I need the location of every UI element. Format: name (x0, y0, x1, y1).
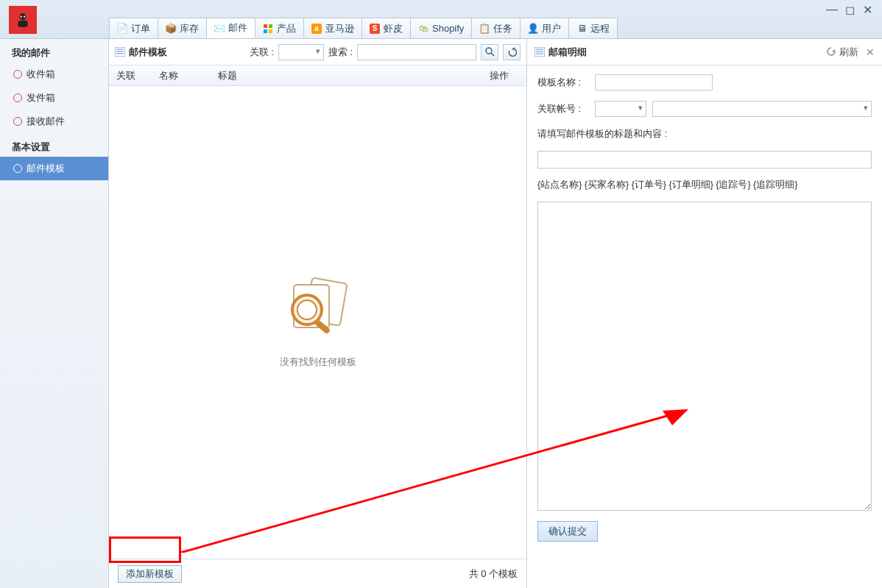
related-combo[interactable] (278, 44, 324, 60)
empty-text: 没有找到任何模板 (280, 355, 356, 369)
tasks-icon: 📋 (479, 24, 490, 34)
add-template-button[interactable]: 添加新模板 (118, 565, 182, 583)
empty-state: 没有找到任何模板 (109, 86, 526, 559)
tab-mail[interactable]: ✉️邮件 (206, 18, 255, 38)
search-icon (485, 47, 495, 57)
tab-users[interactable]: 👤用户 (520, 18, 569, 38)
refresh-button[interactable]: 刷新 (827, 46, 858, 59)
account-label: 关联帐号 : (537, 102, 589, 116)
account-type-combo[interactable] (595, 101, 646, 117)
col-title: 标题 (211, 69, 482, 82)
account-select-combo[interactable] (652, 101, 872, 117)
col-name: 名称 (152, 69, 211, 82)
sidebar-group-settings: 基本设置 (0, 133, 108, 157)
template-name-input[interactable] (595, 74, 713, 91)
circle-icon (13, 164, 22, 173)
tab-orders[interactable]: 📄订单 (109, 18, 158, 38)
close-button[interactable]: ✕ (858, 3, 876, 17)
circle-icon (13, 117, 22, 126)
sidebar-item-templates[interactable]: 邮件模板 (0, 157, 108, 180)
svg-rect-4 (264, 24, 267, 28)
tab-remote[interactable]: 🖥远程 (568, 18, 618, 38)
tab-inventory[interactable]: 📦库存 (158, 18, 207, 38)
shopify-icon: 🛍 (418, 24, 428, 34)
template-title-input[interactable] (537, 151, 872, 169)
related-label: 关联 : (250, 46, 274, 59)
sidebar-item-receive[interactable]: 接收邮件 (0, 110, 108, 133)
submit-button[interactable]: 确认提交 (537, 521, 598, 542)
svg-rect-1 (18, 21, 28, 27)
circle-icon (13, 70, 22, 79)
center-title: 邮件模板 (129, 46, 167, 59)
svg-rect-5 (269, 24, 272, 28)
template-variables: {站点名称} {买家名称} {订单号} {订单明细} {追踪号} {追踪明细} (537, 179, 872, 191)
svg-point-12 (486, 48, 492, 54)
undo-icon (507, 47, 517, 57)
tab-shopee[interactable]: S虾皮 (361, 18, 411, 38)
sidebar-item-outbox[interactable]: 发件箱 (0, 86, 108, 110)
users-icon: 👤 (528, 24, 538, 34)
amazon-icon: a (311, 24, 322, 34)
col-action: 操作 (482, 69, 526, 82)
form-hint: 请填写邮件模板的标题和内容 : (537, 127, 872, 141)
sidebar-item-inbox[interactable]: 收件箱 (0, 63, 108, 86)
products-icon (263, 24, 273, 34)
undo-button[interactable] (503, 44, 521, 60)
tab-amazon[interactable]: a亚马逊 (303, 18, 362, 38)
search-button[interactable] (481, 44, 498, 60)
main-tabs: 📄订单 📦库存 ✉️邮件 产品 a亚马逊 S虾皮 🛍Shopify 📋任务 👤用… (109, 18, 617, 38)
svg-point-2 (21, 16, 22, 18)
svg-rect-6 (264, 29, 267, 33)
template-name-label: 模板名称 : (537, 76, 589, 89)
list-icon (535, 47, 545, 57)
inventory-icon: 📦 (166, 24, 176, 34)
tab-products[interactable]: 产品 (255, 18, 304, 38)
svg-point-3 (24, 16, 25, 18)
col-related: 关联 (109, 69, 152, 82)
shopee-icon: S (370, 24, 380, 34)
tab-shopify[interactable]: 🛍Shopify (410, 18, 472, 38)
minimize-button[interactable]: — (823, 3, 841, 17)
sidebar-group-mymail: 我的邮件 (0, 39, 108, 63)
avatar (9, 6, 37, 34)
sidebar: 我的邮件 收件箱 发件箱 接收邮件 基本设置 邮件模板 (0, 39, 109, 588)
svg-line-13 (491, 53, 494, 56)
list-icon (115, 47, 125, 57)
tab-tasks[interactable]: 📋任务 (471, 18, 521, 38)
svg-point-17 (297, 300, 317, 319)
right-title: 邮箱明细 (548, 46, 587, 59)
search-input[interactable] (357, 44, 476, 60)
order-icon: 📄 (117, 24, 127, 34)
mail-icon: ✉️ (214, 23, 225, 33)
refresh-icon (827, 47, 836, 57)
remote-icon: 🖥 (576, 24, 587, 34)
svg-rect-7 (269, 29, 272, 33)
maximize-button[interactable]: ◻ (841, 3, 858, 17)
template-content-textarea[interactable] (537, 202, 872, 511)
empty-icon (278, 276, 359, 342)
search-label: 搜索 : (328, 46, 353, 59)
template-count: 共 0 个模板 (469, 567, 518, 581)
table-header: 关联 名称 标题 操作 (109, 65, 526, 86)
circle-icon (13, 93, 22, 102)
panel-close-button[interactable]: ✕ (866, 46, 875, 58)
